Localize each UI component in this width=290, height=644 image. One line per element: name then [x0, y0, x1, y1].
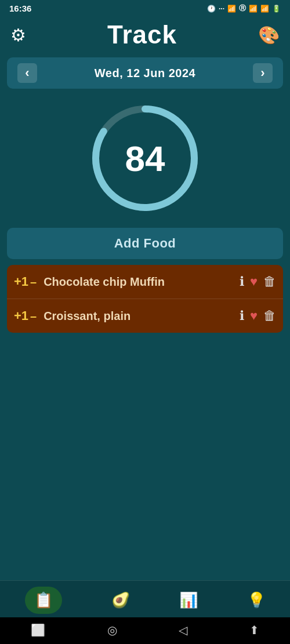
tips-tab-icon: 💡 [247, 591, 266, 609]
table-row: +1 – Croissant, plain ℹ ♥ 🗑 [7, 299, 283, 333]
next-date-button[interactable]: › [253, 63, 273, 83]
signal-icon: 📶 [227, 5, 236, 13]
signal2-icon: 📶 [249, 5, 258, 13]
tab-food[interactable]: 🥑 [111, 591, 130, 609]
progress-ring-container: 84 [0, 94, 290, 228]
status-icons: 🕐 ··· 📶 Ⓡ 📶 📶 🔋 [207, 3, 281, 13]
food-actions-1: ℹ ♥ 🗑 [240, 274, 276, 289]
palette-icon[interactable]: 🎨 [258, 25, 280, 45]
home-icon[interactable]: ◎ [107, 623, 117, 637]
info-icon-1[interactable]: ℹ [240, 274, 244, 289]
decrement-button-2[interactable]: – [30, 310, 37, 323]
status-bar: 16:36 🕐 ··· 📶 Ⓡ 📶 📶 🔋 [0, 0, 290, 16]
tab-track[interactable]: 📋 [25, 587, 62, 614]
battery-icon: 🔋 [272, 5, 281, 13]
increment-button-2[interactable]: +1 [14, 310, 28, 322]
progress-ring: 84 [87, 100, 203, 216]
qty-controls-2: +1 – [14, 310, 38, 323]
qty-controls-1: +1 – [14, 275, 38, 289]
food-list: +1 – Chocolate chip Muffin ℹ ♥ 🗑 +1 – Cr… [7, 265, 283, 333]
favorite-icon-1[interactable]: ♥ [250, 274, 258, 289]
food-name-2: Croissant, plain [44, 308, 235, 323]
info-icon-2[interactable]: ℹ [240, 308, 244, 323]
date-label: Wed, 12 Jun 2024 [95, 67, 195, 80]
bottom-nav-area: 📋 🥑 📊 💡 ⬜ ◎ ◁ ⬆ [0, 580, 290, 644]
menu-icon[interactable]: ⬆ [249, 623, 259, 637]
increment-button-1[interactable]: +1 [14, 275, 28, 288]
page-title: Track [107, 20, 177, 49]
track-tab-icon: 📋 [34, 591, 53, 609]
stats-tab-icon: 📊 [179, 591, 198, 609]
ring-value: 84 [125, 138, 165, 179]
prev-date-button[interactable]: ‹ [17, 63, 37, 83]
tab-stats[interactable]: 📊 [179, 591, 198, 609]
decrement-button-1[interactable]: – [30, 275, 37, 289]
tab-tips[interactable]: 💡 [247, 591, 266, 609]
food-tab-icon: 🥑 [111, 591, 130, 609]
wifi-icon: 📶 [260, 5, 269, 13]
table-row: +1 – Chocolate chip Muffin ℹ ♥ 🗑 [7, 265, 283, 299]
food-name-1: Chocolate chip Muffin [44, 274, 235, 289]
delete-icon-2[interactable]: 🗑 [263, 308, 276, 323]
settings-icon[interactable]: ⚙ [10, 25, 26, 45]
header: ⚙ Track 🎨 [0, 16, 290, 57]
date-nav: ‹ Wed, 12 Jun 2024 › [7, 57, 283, 89]
bottom-tabs: 📋 🥑 📊 💡 [0, 580, 290, 617]
back-icon[interactable]: ◁ [179, 623, 187, 637]
delete-icon-1[interactable]: 🗑 [263, 274, 276, 289]
favorite-icon-2[interactable]: ♥ [250, 308, 258, 323]
add-food-button[interactable]: Add Food [7, 228, 283, 259]
system-bar: ⬜ ◎ ◁ ⬆ [0, 617, 290, 644]
recent-apps-icon[interactable]: ⬜ [31, 623, 45, 637]
alarm-icon: 🕐 [207, 5, 216, 13]
food-actions-2: ℹ ♥ 🗑 [240, 308, 276, 323]
status-time: 16:36 [9, 3, 31, 13]
r-icon: Ⓡ [239, 3, 246, 13]
more-icon: ··· [219, 5, 224, 13]
